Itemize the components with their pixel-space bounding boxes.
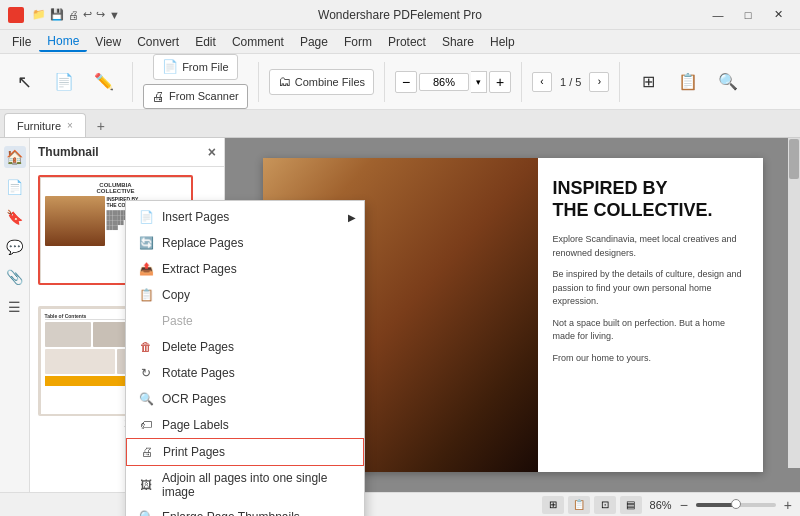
menu-home[interactable]: Home — [39, 32, 87, 52]
ctx-extract-label: Extract Pages — [162, 262, 237, 276]
view-mode-button[interactable]: ⊞ — [630, 58, 666, 106]
menu-help[interactable]: Help — [482, 33, 523, 51]
ctx-ocr[interactable]: 🔍 OCR Pages — [126, 386, 364, 412]
ctx-paste-icon — [138, 313, 154, 329]
ctx-replace-label: Replace Pages — [162, 236, 243, 250]
sidebar-comments[interactable]: 💬 — [4, 236, 26, 258]
select-tool[interactable]: ↖ — [6, 58, 42, 106]
from-scanner-button[interactable]: 🖨 From Scanner — [143, 84, 248, 110]
ctx-insert[interactable]: 📄 Insert Pages ▶ — [126, 204, 364, 230]
ctx-paste[interactable]: Paste — [126, 308, 364, 334]
ctx-print[interactable]: 🖨 Print Pages — [126, 438, 364, 466]
status-icon-4[interactable]: ▤ — [620, 496, 642, 514]
toolbar-sep1 — [132, 62, 133, 102]
ctx-delete[interactable]: 🗑 Delete Pages — [126, 334, 364, 360]
ctx-enlarge-label: Enlarge Page Thumbnails — [162, 510, 300, 516]
ctx-rotate[interactable]: ↻ Rotate Pages — [126, 360, 364, 386]
new-doc-tool[interactable]: 📄 — [46, 58, 82, 106]
menu-view[interactable]: View — [87, 33, 129, 51]
status-icon-1[interactable]: ⊞ — [542, 496, 564, 514]
prev-page-button[interactable]: ‹ — [532, 72, 552, 92]
menu-convert[interactable]: Convert — [129, 33, 187, 51]
ctx-replace[interactable]: 🔄 Replace Pages — [126, 230, 364, 256]
menu-comment[interactable]: Comment — [224, 33, 292, 51]
menu-page[interactable]: Page — [292, 33, 336, 51]
sidebar-attach[interactable]: 📎 — [4, 266, 26, 288]
ctx-ocr-icon: 🔍 — [138, 391, 154, 407]
zoom-slider-thumb[interactable] — [731, 499, 741, 509]
tool-group-combine: 🗂 Combine Files — [269, 54, 374, 109]
zoom-slider-fill — [696, 503, 736, 507]
zoom-dropdown[interactable]: ▾ — [471, 71, 487, 93]
ctx-enlarge[interactable]: 🔍 Enlarge Page Thumbnails — [126, 504, 364, 516]
zoom-value[interactable]: 86% — [419, 73, 469, 91]
minimize-button[interactable]: — — [704, 5, 732, 25]
thumbnail-close-button[interactable]: × — [208, 144, 216, 160]
doc-para1: Explore Scandinavia, meet local creative… — [553, 233, 748, 260]
sidebar-bookmarks[interactable]: 🔖 — [4, 206, 26, 228]
close-button[interactable]: ✕ — [764, 5, 792, 25]
toolbar-sep3 — [384, 62, 385, 102]
ctx-copy[interactable]: 📋 Copy — [126, 282, 364, 308]
ctx-adjoin[interactable]: 🖼 Adjoin all pages into one single image — [126, 466, 364, 504]
ctx-paste-label: Paste — [162, 314, 193, 328]
doc-page-right: INSPIRED BYTHE COLLECTIVE. Explore Scand… — [538, 158, 763, 472]
doc-heading: INSPIRED BYTHE COLLECTIVE. — [553, 178, 748, 221]
thumbnail-header: Thumbnail × — [30, 138, 224, 167]
combine-files-button[interactable]: 🗂 Combine Files — [269, 69, 374, 95]
ctx-rotate-label: Rotate Pages — [162, 366, 235, 380]
ctx-page-labels-label: Page Labels — [162, 418, 229, 432]
sidebar-home[interactable]: 🏠 — [4, 146, 26, 168]
ctx-insert-arrow: ▶ — [348, 212, 356, 223]
zoom-out-button[interactable]: − — [395, 71, 417, 93]
status-zoom-value: 86% — [650, 499, 672, 511]
titlebar: 📁 💾 🖨 ↩ ↪ ▼ Wondershare PDFelement Pro —… — [0, 0, 800, 30]
menu-form[interactable]: Form — [336, 33, 380, 51]
status-icon-3[interactable]: ⊡ — [594, 496, 616, 514]
edit-tool[interactable]: ✏️ — [86, 58, 122, 106]
vertical-scrollbar[interactable] — [788, 138, 800, 468]
page-info: 1 / 5 — [556, 76, 585, 88]
status-icon-2[interactable]: 📋 — [568, 496, 590, 514]
ctx-page-labels[interactable]: 🏷 Page Labels — [126, 412, 364, 438]
next-page-button[interactable]: › — [589, 72, 609, 92]
sidebar-pages[interactable]: 📄 — [4, 176, 26, 198]
ctx-ocr-label: OCR Pages — [162, 392, 226, 406]
zoom-slider[interactable] — [696, 503, 776, 507]
scroll-thumb[interactable] — [789, 139, 799, 179]
ctx-copy-label: Copy — [162, 288, 190, 302]
menu-protect[interactable]: Protect — [380, 33, 434, 51]
doc-para2: Be inspired by the details of culture, d… — [553, 268, 748, 309]
zoom-group: − 86% ▾ + — [395, 71, 511, 93]
maximize-button[interactable]: □ — [734, 5, 762, 25]
ctx-page-labels-icon: 🏷 — [138, 417, 154, 433]
doc-para3: Not a space built on perfection. But a h… — [553, 317, 748, 344]
zoom-plus-icon[interactable]: + — [784, 497, 792, 513]
tab-close-button[interactable]: × — [67, 120, 73, 131]
add-tab-button[interactable]: + — [90, 115, 112, 137]
app-icon — [8, 7, 24, 23]
sidebar-layers[interactable]: ☰ — [4, 296, 26, 318]
document-tab[interactable]: Furniture × — [4, 113, 86, 137]
menu-edit[interactable]: Edit — [187, 33, 224, 51]
zoom-minus-icon[interactable]: − — [680, 497, 688, 513]
ctx-insert-icon: 📄 — [138, 209, 154, 225]
ctx-copy-icon: 📋 — [138, 287, 154, 303]
menubar: File Home View Convert Edit Comment Page… — [0, 30, 800, 54]
context-menu: 📄 Insert Pages ▶ 🔄 Replace Pages 📤 Extra… — [125, 200, 365, 516]
ctx-delete-icon: 🗑 — [138, 339, 154, 355]
toolbar-sep5 — [619, 62, 620, 102]
from-file-button[interactable]: 📄 From File — [153, 54, 237, 80]
zoom-in-button[interactable]: + — [489, 71, 511, 93]
ctx-extract-icon: 📤 — [138, 261, 154, 277]
doc-para4: From our home to yours. — [553, 352, 748, 366]
menu-file[interactable]: File — [4, 33, 39, 51]
titlebar-left: 📁 💾 🖨 ↩ ↪ ▼ — [8, 7, 120, 23]
single-page-button[interactable]: 📋 — [670, 58, 706, 106]
tool-group-select: ↖ 📄 ✏️ — [6, 54, 122, 109]
ctx-print-icon: 🖨 — [139, 444, 155, 460]
menu-share[interactable]: Share — [434, 33, 482, 51]
ctx-replace-icon: 🔄 — [138, 235, 154, 251]
ctx-extract[interactable]: 📤 Extract Pages — [126, 256, 364, 282]
search-button[interactable]: 🔍 — [710, 58, 746, 106]
